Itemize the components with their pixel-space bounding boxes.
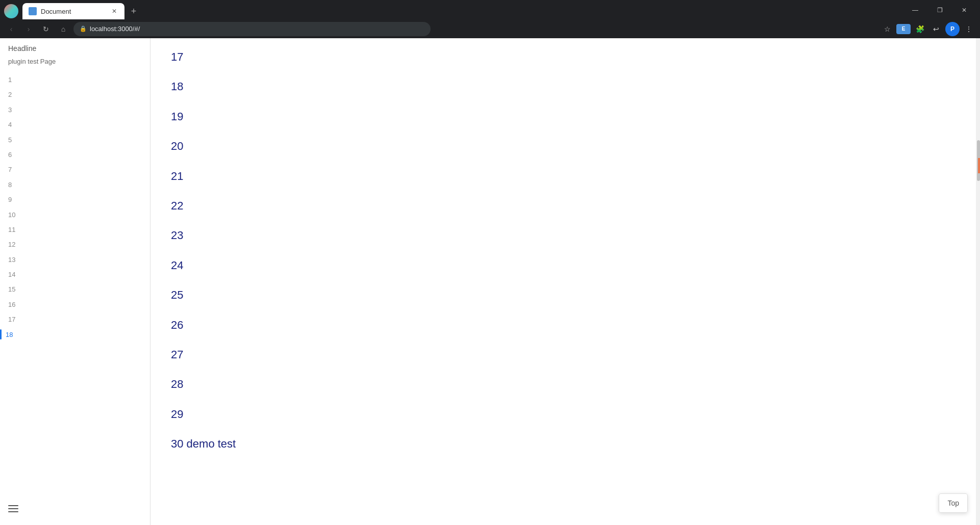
sidebar-item-5[interactable]: 5 [8, 133, 142, 147]
extension-button-1[interactable]: E [896, 24, 911, 34]
sidebar-numbers: 1 2 3 4 5 6 7 8 9 10 11 12 13 14 15 16 1… [8, 72, 142, 342]
hamburger-menu-button[interactable] [8, 505, 142, 512]
home-button[interactable]: ⌂ [56, 22, 70, 36]
doc-item-28: 28 [171, 370, 960, 399]
sidebar-item-15[interactable]: 15 [8, 282, 142, 297]
profile-button[interactable]: P [945, 22, 960, 36]
doc-item-18: 18 [171, 72, 960, 101]
hamburger-line-1 [8, 505, 18, 506]
restore-button[interactable]: ❐ [928, 2, 951, 18]
doc-item-22: 22 [171, 191, 960, 221]
sidebar-item-1[interactable]: 1 [8, 72, 142, 87]
doc-item-24: 24 [171, 251, 960, 280]
lock-icon: 🔒 [80, 25, 87, 32]
browser-actions: ☆ E 🧩 ↩ P ⋮ [880, 22, 976, 36]
top-button[interactable]: Top [939, 493, 968, 513]
sidebar-headline: Headline [8, 42, 142, 55]
back-button[interactable]: ‹ [4, 22, 18, 36]
url-text: localhost:3000/#/ [90, 25, 140, 33]
close-button[interactable]: ✕ [952, 2, 976, 18]
sidebar-item-9[interactable]: 9 [8, 192, 142, 207]
doc-item-19: 19 [171, 102, 960, 132]
tab-favicon [29, 7, 37, 15]
sidebar-item-8[interactable]: 8 [8, 177, 142, 192]
tab-close-button[interactable]: ✕ [110, 7, 118, 15]
sidebar-plugin-test: plugin test Page [8, 57, 142, 66]
browser-chrome: Document ✕ + — ❐ ✕ ‹ › ↻ ⌂ 🔒 localhost:3… [0, 0, 980, 38]
doc-item-21: 21 [171, 162, 960, 191]
new-tab-button[interactable]: + [127, 4, 141, 18]
reload-button[interactable]: ↻ [39, 22, 53, 36]
extension-button-2[interactable]: 🧩 [913, 22, 927, 36]
bookmark-button[interactable]: ☆ [880, 22, 894, 36]
doc-item-20: 20 [171, 132, 960, 161]
page-content: Headline plugin test Page 1 2 3 4 5 6 7 … [0, 38, 980, 525]
address-box[interactable]: 🔒 localhost:3000/#/ [73, 22, 431, 36]
hamburger-line-2 [8, 508, 18, 509]
address-bar-row: ‹ › ↻ ⌂ 🔒 localhost:3000/#/ ☆ E 🧩 ↩ P ⋮ [0, 19, 980, 38]
sidebar-item-18[interactable]: 18 [8, 327, 142, 342]
doc-item-17: 17 [171, 42, 960, 72]
minimize-button[interactable]: — [903, 2, 927, 18]
active-tab[interactable]: Document ✕ [22, 3, 124, 19]
document-list: 17 18 19 20 21 22 23 24 25 26 27 28 29 3… [171, 42, 960, 459]
sidebar-item-14[interactable]: 14 [8, 267, 142, 282]
sidebar-item-6[interactable]: 6 [8, 147, 142, 162]
left-sidebar: Headline plugin test Page 1 2 3 4 5 6 7 … [0, 38, 150, 525]
sidebar-item-17[interactable]: 17 [8, 312, 142, 327]
browser-avatar [4, 4, 18, 18]
doc-item-26: 26 [171, 310, 960, 340]
undo-button[interactable]: ↩ [929, 22, 943, 36]
main-content: 17 18 19 20 21 22 23 24 25 26 27 28 29 3… [150, 38, 980, 525]
sidebar-item-13[interactable]: 13 [8, 252, 142, 267]
sidebar-item-10[interactable]: 10 [8, 207, 142, 222]
tab-title: Document [41, 8, 106, 15]
doc-item-30: 30 demo test [171, 429, 960, 459]
orange-marker [978, 158, 980, 173]
tab-bar: Document ✕ + — ❐ ✕ [0, 0, 980, 19]
doc-item-25: 25 [171, 280, 960, 310]
menu-button[interactable]: ⋮ [962, 22, 976, 36]
sidebar-item-12[interactable]: 12 [8, 237, 142, 252]
doc-item-27: 27 [171, 340, 960, 370]
active-indicator [0, 329, 2, 339]
forward-button[interactable]: › [21, 22, 36, 36]
sidebar-item-2[interactable]: 2 [8, 87, 142, 102]
doc-item-29: 29 [171, 400, 960, 429]
sidebar-item-4[interactable]: 4 [8, 117, 142, 132]
scrollbar[interactable] [976, 38, 980, 525]
sidebar-item-3[interactable]: 3 [8, 102, 142, 117]
sidebar-item-16[interactable]: 16 [8, 297, 142, 312]
sidebar-item-7[interactable]: 7 [8, 162, 142, 177]
doc-item-23: 23 [171, 221, 960, 250]
hamburger-line-3 [8, 511, 18, 512]
sidebar-item-11[interactable]: 11 [8, 222, 142, 237]
window-controls: — ❐ ✕ [903, 2, 976, 20]
